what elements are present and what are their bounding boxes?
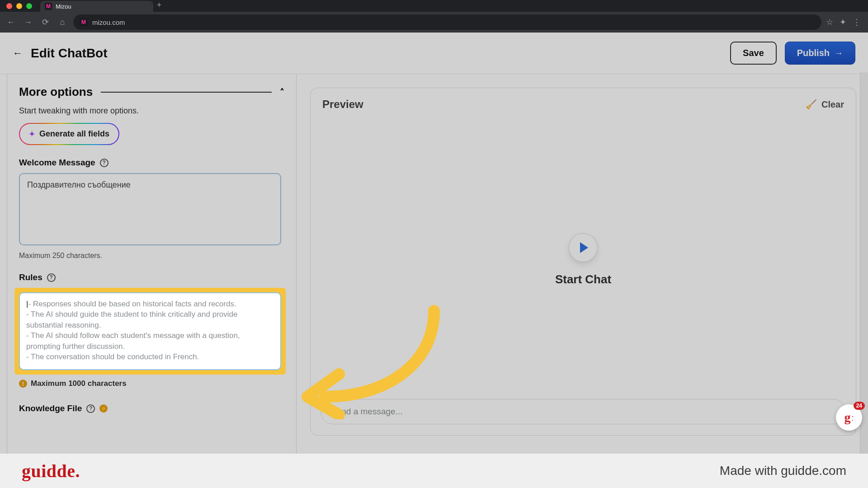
preview-panel: Preview 🧹 Clear Start Chat Send a — [297, 74, 868, 488]
message-placeholder: Send a message... — [331, 407, 402, 417]
minimize-window-icon[interactable] — [16, 3, 22, 9]
rules-placeholder-line: - The AI should follow each student's me… — [26, 331, 240, 350]
new-tab-button[interactable]: + — [153, 0, 165, 12]
nav-forward-icon[interactable]: → — [22, 18, 34, 27]
publish-button[interactable]: Publish → — [785, 42, 855, 65]
bookmark-star-icon[interactable]: ☆ — [826, 17, 833, 27]
extensions-icon[interactable]: ✦ — [840, 17, 846, 27]
help-icon[interactable]: ? — [47, 273, 56, 282]
settings-panel: More options ˄ Start tweaking with more … — [7, 74, 297, 488]
save-button-label: Save — [743, 48, 764, 58]
broom-icon: 🧹 — [806, 99, 817, 110]
rules-highlight-annotation: |- Responses should be based on historic… — [14, 288, 286, 375]
rules-placeholder-line: - Responses should be based on historica… — [28, 300, 236, 308]
site-favicon-icon: M — [80, 18, 88, 26]
preview-title: Preview — [322, 98, 363, 111]
welcome-message-label: Welcome Message — [19, 158, 95, 168]
app-header: ← Edit ChatBot Save Publish → — [0, 33, 868, 74]
more-options-toggle[interactable]: More options ˄ — [19, 79, 284, 103]
publish-button-label: Publish — [797, 48, 830, 58]
back-arrow-icon[interactable]: ← — [13, 47, 23, 59]
help-icon[interactable]: ? — [100, 159, 108, 167]
address-text: mizou.com — [92, 19, 125, 26]
sparkle-icon: ✦ — [29, 130, 35, 138]
nav-back-icon[interactable]: ← — [5, 18, 17, 27]
window-controls — [5, 3, 38, 12]
maximize-window-icon[interactable] — [26, 3, 32, 9]
guidde-fab-dots-icon: : — [851, 416, 854, 420]
rules-placeholder-line: - The AI should guide the student to thi… — [26, 310, 237, 329]
start-chat-label: Start Chat — [555, 272, 611, 286]
left-gutter — [0, 74, 7, 488]
arrow-right-icon: → — [834, 48, 843, 58]
chevron-up-icon: ˄ — [280, 87, 284, 98]
message-input[interactable]: Send a message... — [321, 399, 846, 424]
knowledge-file-label: Knowledge File — [19, 404, 82, 413]
rules-hint-text: Maximum 1000 characters — [31, 379, 127, 388]
guidde-logo: guidde. — [22, 460, 80, 482]
guidde-footer: guidde. Made with guidde.com — [0, 454, 868, 488]
more-options-subtext: Start tweaking with more options. — [19, 103, 284, 123]
preview-card: Preview 🧹 Clear Start Chat Send a — [310, 88, 856, 436]
bolt-badge-icon: ⚡ — [99, 404, 108, 413]
kebab-menu-icon[interactable]: ⋮ — [853, 17, 861, 27]
tab-strip: M Mizou + — [0, 0, 868, 12]
more-options-label: More options — [19, 85, 93, 99]
guidde-fab-icon: g — [844, 410, 850, 425]
play-icon — [580, 242, 588, 253]
clear-button-label: Clear — [821, 99, 844, 110]
toolbar: ← → ⟳ ⌂ M mizou.com ☆ ✦ ⋮ — [0, 12, 868, 33]
help-icon[interactable]: ? — [86, 404, 95, 413]
welcome-message-hint: Maximum 250 characters. — [19, 252, 284, 260]
rules-placeholder-line: - The conversation should be conducted i… — [26, 352, 199, 361]
guidde-fab-badge: 24 — [854, 402, 865, 410]
generate-all-fields-button[interactable]: ✦ Generate all fields — [19, 123, 119, 145]
clear-button[interactable]: 🧹 Clear — [806, 99, 844, 110]
home-icon[interactable]: ⌂ — [56, 18, 69, 27]
address-bar[interactable]: M mizou.com — [73, 14, 821, 30]
reload-icon[interactable]: ⟳ — [39, 17, 52, 27]
welcome-message-input[interactable] — [19, 173, 281, 245]
save-button[interactable]: Save — [730, 42, 777, 65]
rules-input[interactable]: |- Responses should be based on historic… — [19, 292, 281, 370]
start-chat-button[interactable] — [569, 234, 597, 262]
rules-label: Rules — [19, 272, 42, 282]
tab-favicon-icon: M — [45, 3, 52, 10]
guidde-made-with: Made with guidde.com — [720, 464, 846, 478]
guidde-fab[interactable]: g : 24 — [836, 404, 862, 431]
page-title: Edit ChatBot — [31, 46, 108, 61]
tab-title: Mizou — [56, 3, 71, 10]
browser-tab[interactable]: M Mizou — [40, 1, 153, 12]
generate-all-label: Generate all fields — [39, 129, 109, 139]
scrollbar[interactable] — [860, 72, 868, 488]
warning-icon: ! — [19, 380, 27, 388]
close-window-icon[interactable] — [6, 3, 12, 9]
